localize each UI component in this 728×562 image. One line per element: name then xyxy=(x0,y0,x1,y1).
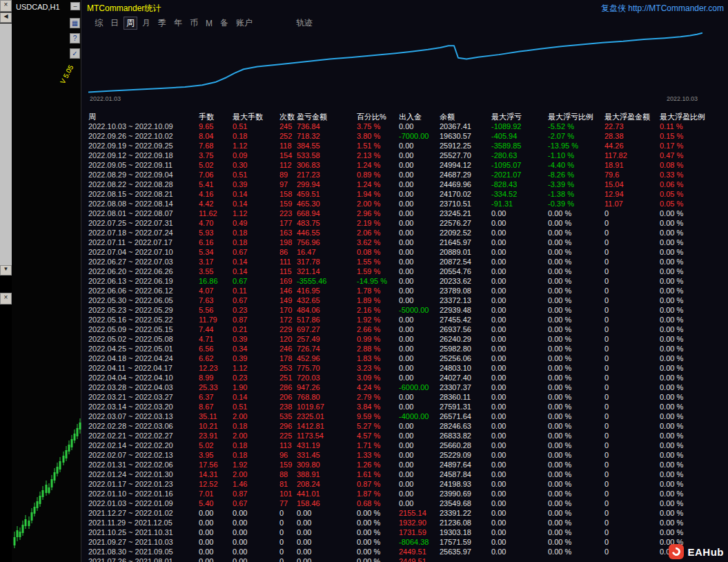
table-cell: 0.00 % xyxy=(548,305,604,315)
table-row[interactable]: 2022.01.17 ~ 2022.01.2312.521.4681208.24… xyxy=(88,479,728,489)
table-row[interactable]: 2022.07.04 ~ 2022.07.105.340.678616.470.… xyxy=(88,247,728,257)
table-row[interactable]: 2022.07.11 ~ 2022.07.176.160.18198756.96… xyxy=(88,238,728,247)
table-cell: 0.00 % xyxy=(660,267,728,276)
table-cell: 4.70 xyxy=(199,218,233,228)
tab-周[interactable]: 周 xyxy=(124,17,137,30)
minimize-button[interactable]: – xyxy=(70,2,80,10)
table-row[interactable]: 2022.08.01 ~ 2022.08.0711.621.12223668.9… xyxy=(88,209,728,218)
table-row[interactable]: 2022.10.03 ~ 2022.10.099.650.51245736.84… xyxy=(88,122,728,131)
scroll-down-icon[interactable]: ▼ xyxy=(0,265,12,275)
table-row[interactable]: 2022.09.19 ~ 2022.09.257.681.12118384.55… xyxy=(88,141,728,151)
table-row[interactable]: 2022.02.07 ~ 2022.02.133.950.1896331.451… xyxy=(88,450,728,460)
table-cell: 0 xyxy=(604,421,660,431)
table-row[interactable]: 2021.07.26 ~ 2021.08.010.000.0000.000.00… xyxy=(88,556,728,562)
check-icon[interactable]: ✓ xyxy=(70,48,80,59)
table-row[interactable]: 2022.04.18 ~ 2022.04.246.620.39178452.96… xyxy=(88,353,728,363)
scrollbar-track[interactable] xyxy=(0,23,12,265)
table-row[interactable]: 2022.09.12 ~ 2022.09.183.750.09154533.58… xyxy=(88,151,728,160)
table-cell: 0.00 % xyxy=(548,218,604,228)
table-row[interactable]: 2022.08.22 ~ 2022.08.285.410.3997299.941… xyxy=(88,180,728,189)
tab-季[interactable]: 季 xyxy=(158,17,166,29)
table-cell: 0 xyxy=(604,508,660,518)
table-cell: 251 xyxy=(279,373,297,382)
table-row[interactable]: 2022.08.15 ~ 2022.08.214.160.14158459.51… xyxy=(88,189,728,199)
table-row[interactable]: 2022.07.18 ~ 2022.07.245.930.18163446.55… xyxy=(88,228,728,238)
table-cell: 0 xyxy=(604,460,660,469)
tab-M[interactable]: M xyxy=(206,19,213,28)
table-cell: 113 xyxy=(279,440,297,450)
chart-start-date: 2022.01.03 xyxy=(90,95,121,102)
close-icon[interactable]: × xyxy=(0,0,12,12)
table-cell: 2.66 % xyxy=(357,324,399,334)
table-row[interactable]: 2022.08.08 ~ 2022.08.144.420.14159465.30… xyxy=(88,199,728,209)
table-cell: 0.47 % xyxy=(660,151,728,160)
table-cell: 0.00 % xyxy=(660,431,728,440)
table-cell: 2022.08.08 ~ 2022.08.14 xyxy=(88,199,199,209)
table-row[interactable]: 2022.03.07 ~ 2022.03.1335.112.005352325.… xyxy=(88,411,728,421)
table-row[interactable]: 2022.06.27 ~ 2022.07.033.170.14111317.78… xyxy=(88,257,728,267)
table-row[interactable]: 2021.12.27 ~ 2022.01.020.000.0000.000.00… xyxy=(88,508,728,518)
table-row[interactable]: 2021.09.27 ~ 2021.10.030.000.0000.000.00… xyxy=(88,537,728,547)
table-cell: 0.00 xyxy=(199,556,233,562)
table-row[interactable]: 2021.10.25 ~ 2021.10.310.000.0000.000.00… xyxy=(88,527,728,537)
table-row[interactable]: 2022.08.29 ~ 2022.09.047.060.5189217.230… xyxy=(88,170,728,180)
tab-月[interactable]: 月 xyxy=(142,17,150,29)
table-row[interactable]: 2022.09.05 ~ 2022.09.115.020.30112306.83… xyxy=(88,160,728,170)
table-cell: 2022.08.01 ~ 2022.08.07 xyxy=(88,209,199,218)
table-row[interactable]: 2022.05.09 ~ 2022.05.157.440.21229697.27… xyxy=(88,324,728,334)
table-row[interactable]: 2022.06.20 ~ 2022.06.263.550.14115321.14… xyxy=(88,267,728,276)
table-row[interactable]: 2022.04.04 ~ 2022.04.108.990.23251720.03… xyxy=(88,373,728,382)
table-row[interactable]: 2022.01.10 ~ 2022.01.167.010.87101441.01… xyxy=(88,489,728,498)
table-row[interactable]: 2022.01.24 ~ 2022.01.3014.312.0088388.91… xyxy=(88,469,728,479)
tab-币[interactable]: 币 xyxy=(190,17,198,29)
table-cell xyxy=(604,556,660,562)
table-cell: 0.00 xyxy=(399,469,440,479)
table-cell: 0.00 xyxy=(491,267,548,276)
brand-url[interactable]: http://MTCommander.com xyxy=(628,3,724,13)
table-row[interactable]: 2022.03.21 ~ 2022.03.276.370.14206768.80… xyxy=(88,392,728,402)
tab-综[interactable]: 综 xyxy=(95,17,103,29)
table-row[interactable]: 2022.09.26 ~ 2022.10.028.040.18252718.32… xyxy=(88,131,728,141)
table-cell: -4000.00 xyxy=(399,411,440,421)
brand-link[interactable]: 复盘侠 http://MTCommander.com xyxy=(601,3,724,14)
table-row[interactable]: 2022.05.16 ~ 2022.05.2211.790.87172517.8… xyxy=(88,315,728,324)
table-row[interactable]: 2022.02.14 ~ 2022.02.205.020.18113431.19… xyxy=(88,440,728,450)
table-cell: 238 xyxy=(279,402,297,411)
close-icon[interactable]: × xyxy=(0,293,12,304)
tab-日[interactable]: 日 xyxy=(110,17,119,29)
table-cell: 7.01 xyxy=(199,489,233,498)
table-cell: -405.94 xyxy=(491,131,548,141)
table-row[interactable]: 2022.04.11 ~ 2022.04.1712.231.12253775.7… xyxy=(88,363,728,373)
table-cell: 384.55 xyxy=(297,141,357,151)
table-row[interactable]: 2022.03.14 ~ 2022.03.208.670.512381019.6… xyxy=(88,402,728,411)
table-row[interactable]: 2022.02.28 ~ 2022.03.0610.210.182961412.… xyxy=(88,421,728,431)
help-icon[interactable]: ? xyxy=(70,33,80,43)
chart-icon[interactable]: ▦ xyxy=(70,18,80,28)
table-cell: 0.00 xyxy=(399,276,440,286)
tab-账户[interactable]: 账户 xyxy=(236,17,253,29)
table-cell: 2022.10.03 ~ 2022.10.09 xyxy=(88,122,199,131)
table-cell: 2022.04.04 ~ 2022.04.10 xyxy=(88,373,199,382)
table-row[interactable]: 2022.01.03 ~ 2022.01.095.400.6777158.460… xyxy=(88,498,728,508)
table-row[interactable]: 2022.05.02 ~ 2022.05.084.710.39120257.49… xyxy=(88,334,728,344)
tab-备[interactable]: 备 xyxy=(220,17,228,29)
table-cell: 0.30 xyxy=(233,160,279,170)
table-cell: 1.87 % xyxy=(357,489,399,498)
table-row[interactable]: 2022.02.21 ~ 2022.02.2723.912.002251173.… xyxy=(88,431,728,440)
table-row[interactable]: 2022.06.06 ~ 2022.06.124.070.11146416.95… xyxy=(88,286,728,295)
table-row[interactable]: 2022.07.25 ~ 2022.07.314.700.49177483.75… xyxy=(88,218,728,228)
table-row[interactable]: 2021.11.29 ~ 2021.12.050.000.0000.000.00… xyxy=(88,518,728,527)
table-row[interactable]: 2022.05.30 ~ 2022.06.057.630.67149432.65… xyxy=(88,295,728,305)
tab-年[interactable]: 年 xyxy=(174,17,182,29)
table-cell: 44.26 xyxy=(604,141,660,151)
scroll-left-icon[interactable]: ◀ xyxy=(0,12,12,23)
table-row[interactable]: 2022.01.31 ~ 2022.02.0617.561.92159309.8… xyxy=(88,460,728,469)
table-row[interactable]: 2022.06.13 ~ 2022.06.1916.860.67169-3555… xyxy=(88,276,728,286)
table-cell: 0.00 xyxy=(233,547,279,556)
table-cell: 1.83 % xyxy=(357,353,399,363)
table-row[interactable]: 2021.08.30 ~ 2021.09.050.000.0000.000.00… xyxy=(88,547,728,556)
table-row[interactable]: 2022.03.28 ~ 2022.04.0325.331.90286947.2… xyxy=(88,382,728,392)
table-row[interactable]: 2022.04.25 ~ 2022.05.016.560.34246726.74… xyxy=(88,344,728,353)
tab-轨迹[interactable]: 轨迹 xyxy=(296,17,313,29)
table-row[interactable]: 2022.05.23 ~ 2022.05.295.560.23170484.06… xyxy=(88,305,728,315)
